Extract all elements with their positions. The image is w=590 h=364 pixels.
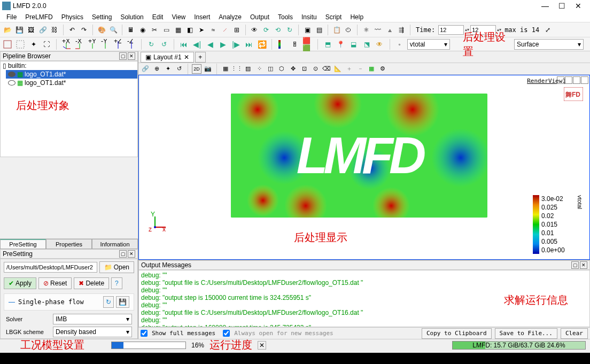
output-close-icon[interactable]: ✕ (580, 261, 587, 269)
refresh-button[interactable]: ↻ (103, 296, 114, 308)
menu-insert[interactable]: Insert (190, 12, 214, 22)
menu-solution[interactable]: Solution (116, 12, 148, 22)
play-back-icon[interactable]: ◀ (205, 38, 215, 50)
menu-edit[interactable]: Edit (148, 12, 168, 22)
palette-icon[interactable]: 🎨 (96, 25, 107, 35)
clear-button[interactable]: Clear (561, 328, 588, 339)
play-icon[interactable]: ▶ (218, 38, 228, 50)
undo-icon[interactable]: ↶ (67, 25, 77, 35)
maximize-view-icon[interactable] (573, 76, 580, 84)
toggle-2d-button[interactable]: 2D (192, 64, 201, 74)
scheme-combo[interactable]: Density based▾ (53, 327, 132, 337)
find-icon[interactable]: 🔍 (108, 25, 119, 35)
hover-cells-icon[interactable]: ⊡ (299, 64, 309, 74)
cancel-button[interactable]: ✕ (258, 341, 266, 350)
reset-button[interactable]: ⊘Reset (38, 277, 72, 289)
find-data-icon[interactable]: 📍 (335, 38, 346, 50)
minusx-icon[interactable]: -X (74, 38, 84, 50)
show-full-checkbox[interactable] (141, 330, 148, 337)
menu-prelmfd[interactable]: PreLMFD (21, 12, 57, 22)
calculator-icon[interactable]: 🖩 (126, 25, 136, 35)
save-settings-button[interactable]: 💾 (116, 296, 129, 308)
pipeline-root[interactable]: ▯ builtin: (1, 61, 137, 70)
visibility-eye-icon[interactable] (8, 72, 15, 77)
reload-all-icon[interactable]: ↻ (284, 25, 295, 35)
measure-icon[interactable]: 📐 (333, 64, 343, 74)
pick-center-icon[interactable]: ⊕ (152, 64, 161, 74)
time-frame-input[interactable] (470, 25, 496, 35)
connect-icon[interactable]: 🔗 (37, 25, 48, 35)
rotate-cw-icon[interactable]: ↻ (146, 38, 157, 50)
zoom-fit-icon[interactable]: ⛶ (41, 38, 52, 50)
select-cells-icon[interactable]: ▦ (221, 64, 230, 74)
menu-file[interactable]: File (2, 12, 21, 22)
save-icon[interactable]: 💾 (14, 25, 25, 35)
extract-icon[interactable]: ◧ (184, 25, 195, 35)
extract-icon[interactable]: ▦ (367, 64, 376, 74)
select-points-through-icon[interactable]: ⁘ (254, 64, 264, 74)
link-camera-icon[interactable]: 🔗 (141, 64, 150, 74)
plusy-icon[interactable]: +Y (87, 38, 98, 50)
copy-clipboard-button[interactable]: Copy to Clipboard (422, 328, 492, 339)
glyph-icon[interactable]: ➤ (196, 25, 207, 35)
selection-icon[interactable]: ▣ (302, 25, 313, 35)
next-frame-icon[interactable]: |▶ (231, 38, 242, 50)
solver-combo[interactable]: IMB▾ (53, 314, 132, 324)
layout-add-button[interactable]: + (195, 52, 206, 63)
reload-new-icon[interactable]: ⟲ (273, 25, 283, 35)
select-points-icon[interactable]: ⋮⋮ (232, 64, 242, 74)
tab-presetting[interactable]: PreSetting (0, 239, 46, 249)
minimize-button[interactable]: — (541, 2, 549, 10)
show-center-icon[interactable]: ✦ (163, 64, 173, 74)
tab-information[interactable]: Information (92, 239, 138, 249)
extract-sel-icon[interactable]: ⬒ (322, 38, 333, 50)
grow-sel-icon[interactable]: ＋ (344, 64, 354, 74)
close-view-icon[interactable] (581, 76, 588, 84)
frame-spinner[interactable]: ▴▾ (497, 27, 501, 32)
output-undock-icon[interactable]: ▢ (571, 261, 579, 269)
layout-tab-1[interactable]: ▣ Layout #1 ✕ (141, 52, 194, 63)
camera-icon[interactable]: 📷 (203, 64, 213, 74)
representation-combo[interactable]: Surface▾ (514, 39, 584, 50)
delete-button[interactable]: ✖Delete (74, 277, 109, 289)
plusx-icon[interactable]: +X (61, 38, 72, 50)
contour-icon[interactable]: ◉ (137, 25, 148, 35)
adjust-camera-icon[interactable]: ⚙ (378, 64, 387, 74)
pipeline-browser[interactable]: ▯ builtin: ▦ logo_OT1.dat* ▦ logo_OT1.da… (0, 61, 138, 157)
menu-setting[interactable]: Setting (88, 12, 116, 22)
save-screenshot-icon[interactable]: 🖼 (26, 25, 36, 35)
threshold-icon[interactable]: ▦ (173, 25, 183, 35)
loop-icon[interactable]: 🔁 (257, 38, 267, 50)
redo-icon[interactable]: ↷ (79, 25, 89, 35)
time-value-input[interactable] (438, 25, 464, 35)
menu-analyze[interactable]: Analyze (214, 12, 246, 22)
slice-icon[interactable]: ▭ (161, 25, 172, 35)
split-v-icon[interactable] (565, 76, 572, 84)
shrink-sel-icon[interactable]: － (355, 64, 365, 74)
plusz-icon[interactable]: +Z (113, 38, 123, 50)
field-combo[interactable]: vtotal▾ (407, 39, 450, 50)
spreadsheet-icon[interactable]: ▤ (314, 25, 324, 35)
pipeline-item-0[interactable]: ▦ logo_OT1.dat* (6, 70, 137, 79)
visibility-eye-icon[interactable] (8, 80, 15, 86)
edit-colormap-icon[interactable]: 🎚 (290, 38, 300, 50)
menu-insitu[interactable]: Insitu (297, 12, 321, 22)
menu-tools[interactable]: Tools (274, 12, 297, 22)
always-open-checkbox[interactable] (223, 330, 230, 337)
disconnect-icon[interactable]: ⛓ (49, 25, 60, 35)
flow-section[interactable]: — Single-phase flow ↻ 💾 (4, 293, 134, 311)
working-dir-input[interactable] (4, 262, 97, 273)
menu-help[interactable]: Help (346, 12, 368, 22)
last-frame-icon[interactable]: ⏭ (244, 38, 254, 50)
sel-display-icon[interactable]: ⬓ (348, 38, 359, 50)
output-log[interactable]: debug: "" debug: "output file is C:/User… (138, 270, 590, 327)
colorbar-icon[interactable] (276, 38, 287, 50)
warp-icon[interactable]: ⟋ (220, 25, 230, 35)
glyph3d-icon[interactable]: ⟁ (384, 25, 395, 35)
camera-reset-icon[interactable] (2, 38, 13, 50)
zoom-box-icon[interactable] (15, 38, 26, 50)
select-poly-icon[interactable]: ⬡ (277, 64, 286, 74)
interactive-sel-icon[interactable]: ✥ (288, 64, 298, 74)
select-cells-through-icon[interactable]: ▨ (243, 64, 253, 74)
scalar-dot-icon[interactable]: ◦ (394, 38, 405, 50)
